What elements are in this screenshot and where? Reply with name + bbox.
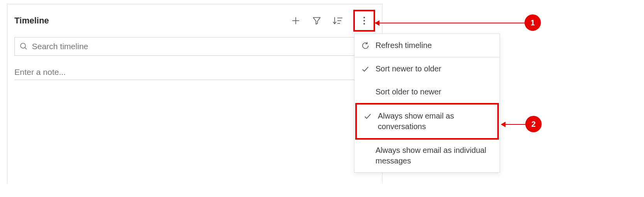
- menu-item-sort-older[interactable]: Sort older to newer: [354, 80, 500, 103]
- menu-item-conversations-highlight: Always show email as conversations: [355, 103, 499, 140]
- menu-item-sort-newer[interactable]: Sort newer to older: [354, 57, 500, 80]
- svg-point-6: [363, 17, 365, 18]
- menu-item-refresh[interactable]: Refresh timeline: [354, 34, 500, 57]
- empty-icon: [361, 146, 370, 155]
- svg-point-7: [363, 20, 365, 21]
- callout-badge-1: 1: [525, 14, 541, 31]
- menu-label: Always show email as conversations: [378, 111, 491, 132]
- more-menu-dropdown: Refresh timeline Sort newer to older Sor…: [354, 34, 500, 173]
- svg-line-10: [25, 48, 27, 50]
- search-icon: [19, 42, 28, 51]
- refresh-icon: [361, 41, 370, 50]
- search-field-wrapper[interactable]: [14, 37, 375, 56]
- filter-button[interactable]: [311, 15, 322, 26]
- check-icon: [361, 64, 370, 74]
- more-vertical-icon: [363, 16, 365, 25]
- sort-button[interactable]: [332, 15, 343, 26]
- plus-icon: [291, 16, 300, 25]
- check-icon: [363, 112, 372, 121]
- search-input[interactable]: [32, 42, 370, 51]
- menu-label: Refresh timeline: [376, 40, 432, 51]
- timeline-toolbar: [290, 10, 375, 32]
- more-button[interactable]: [359, 15, 370, 26]
- filter-icon: [312, 16, 321, 25]
- callout-badge-2: 2: [525, 116, 542, 132]
- menu-label: Always show email as individual messages: [376, 145, 493, 166]
- menu-label: Sort older to newer: [376, 87, 441, 97]
- callout-arrow-2: [501, 124, 526, 125]
- timeline-title: Timeline: [14, 16, 49, 26]
- svg-point-9: [21, 43, 26, 48]
- menu-item-email-individual[interactable]: Always show email as individual messages: [354, 139, 500, 172]
- empty-icon: [361, 87, 370, 97]
- note-input[interactable]: [14, 64, 375, 80]
- svg-point-8: [363, 23, 365, 25]
- add-button[interactable]: [290, 15, 301, 26]
- callout-arrow-1: [375, 23, 525, 23]
- timeline-header: Timeline: [7, 4, 382, 35]
- menu-item-email-conversations[interactable]: Always show email as conversations: [357, 105, 497, 138]
- sort-icon: [333, 16, 343, 25]
- more-button-highlight: [353, 10, 375, 32]
- menu-label: Sort newer to older: [376, 64, 441, 74]
- timeline-panel: Timeline: [7, 4, 383, 183]
